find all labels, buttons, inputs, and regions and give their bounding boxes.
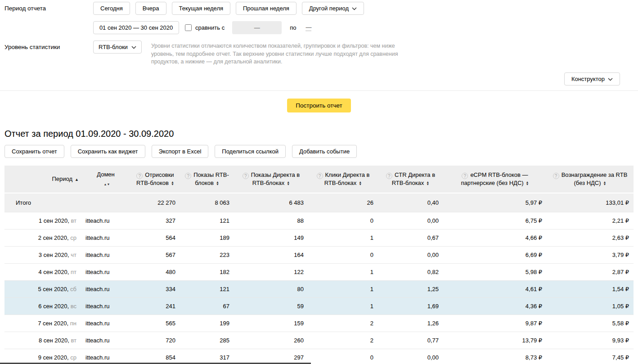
value-cell: 0,67: [378, 229, 443, 246]
period-cell: 9 сен 2020, ср: [4, 349, 81, 364]
weekday-label: вт: [71, 217, 76, 224]
compare-checkbox[interactable]: [185, 24, 192, 31]
value-cell: 189: [180, 229, 234, 246]
weekday-label: ср: [70, 354, 76, 361]
compare-label: сравнить с: [195, 24, 225, 31]
add-event-button[interactable]: Добавить событие: [292, 145, 357, 158]
period-label-spacer: [4, 21, 93, 24]
totals-value-cell: 6 483: [234, 193, 308, 212]
period-today-button[interactable]: Сегодня: [93, 2, 130, 15]
table-header-row: Период▲Домен▲▼?Отрисовки RTB-блоков▲▼?По…: [4, 166, 634, 193]
value-cell: 121: [180, 280, 234, 297]
column-label: Показы Директа в RTB-блоках: [251, 171, 300, 186]
value-cell: 1: [308, 297, 378, 315]
domain-cell: itteach.ru: [81, 229, 130, 246]
sort-both-icon: ▲▼: [88, 180, 126, 188]
value-cell: 0: [308, 212, 378, 229]
sort-both-icon: ▲▼: [426, 181, 429, 185]
share-link-button[interactable]: Поделиться ссылкой: [215, 145, 286, 158]
period-cell: 4 сен 2020, пт: [4, 263, 81, 280]
quick-period-buttons: СегодняВчераТекущая неделяПрошлая неделя…: [93, 2, 364, 15]
value-cell: 1,54 ₽: [547, 280, 634, 297]
save-as-widget-button[interactable]: Сохранить как виджет: [71, 145, 145, 158]
totals-value-cell: 8 063: [180, 193, 234, 212]
value-cell: 122: [234, 263, 308, 280]
domain-cell: itteach.ru: [81, 263, 130, 280]
table-row: 8 сен 2020, втitteach.ru72028526020,7713…: [4, 332, 634, 349]
domain-cell: itteach.ru: [81, 212, 130, 229]
date-range-input[interactable]: [93, 21, 179, 34]
help-icon: ?: [317, 173, 323, 179]
constructor-button[interactable]: Конструктор: [564, 72, 620, 85]
totals-value-cell: 22 270: [130, 193, 180, 212]
value-cell: 182: [180, 263, 234, 280]
period-last-week-button[interactable]: Прошлая неделя: [236, 2, 297, 15]
value-cell: 260: [234, 332, 308, 349]
column-header-direct-ctr[interactable]: ?CTR Директа в RTB-блоках▲▼: [378, 166, 443, 193]
help-icon: ?: [243, 173, 249, 179]
column-label: Показы RTB-блоков: [193, 171, 229, 186]
domain-cell: itteach.ru: [81, 349, 130, 364]
table-row: 6 сен 2020, всitteach.ru241675911,694,36…: [4, 297, 634, 315]
column-header-direct-clicks[interactable]: ?Клики Директа в RTB-блоках▲▼: [308, 166, 378, 193]
period-cell: 5 сен 2020, сб: [4, 280, 81, 297]
build-report-button[interactable]: Построить отчет: [287, 99, 350, 112]
help-icon: ?: [136, 173, 143, 179]
value-cell: 80: [234, 280, 308, 297]
period-current-week-button[interactable]: Текущая неделя: [172, 2, 230, 15]
domain-cell: itteach.ru: [81, 246, 130, 263]
totals-label: Итого: [4, 193, 130, 212]
weekday-label: чт: [71, 252, 76, 258]
column-header-domain[interactable]: Домен▲▼: [81, 166, 130, 193]
value-cell: 5,58 ₽: [547, 315, 634, 332]
table-row: 2 сен 2020, срitteach.ru56418914910,674,…: [4, 229, 634, 246]
value-cell: 9,93 ₽: [547, 332, 634, 349]
chevron-down-icon: [131, 44, 136, 50]
weekday-label: сб: [70, 286, 76, 292]
value-cell: 854: [130, 349, 180, 364]
value-cell: 8,73 ₽: [443, 349, 547, 364]
report-action-buttons: Сохранить отчетСохранить как виджетЭкспо…: [0, 145, 638, 158]
value-cell: 241: [130, 297, 180, 315]
value-cell: 6,75 ₽: [443, 212, 547, 229]
column-header-renders[interactable]: ?Отрисовки RTB-блоков▲▼: [130, 166, 180, 193]
save-report-button[interactable]: Сохранить отчет: [4, 145, 64, 158]
value-cell: 1: [308, 229, 378, 246]
period-yesterday-button[interactable]: Вчера: [135, 2, 166, 15]
value-cell: 0: [308, 349, 378, 364]
compare-to-value[interactable]: —: [306, 24, 311, 31]
column-header-direct-impressions[interactable]: ?Показы Директа в RTB-блоках▲▼: [234, 166, 308, 193]
other-period-label: Другой период: [309, 5, 349, 12]
weekday-label: вс: [71, 303, 76, 310]
value-cell: 0: [308, 246, 378, 263]
export-excel-button[interactable]: Экспорт в Excel: [152, 145, 209, 158]
value-cell: 0,00: [378, 246, 443, 263]
column-header-period[interactable]: Период▲: [4, 166, 81, 193]
value-cell: 2: [308, 332, 378, 349]
other-period-button[interactable]: Другой период: [302, 2, 364, 15]
value-cell: 297: [234, 349, 308, 364]
stats-level-select[interactable]: RTB-блоки: [93, 40, 142, 54]
value-cell: 9,87 ₽: [443, 315, 547, 332]
value-cell: 1,69: [378, 297, 443, 315]
stats-level-label: Уровень статистики: [4, 40, 93, 50]
po-label: по: [290, 24, 296, 31]
period-cell: 6 сен 2020, вс: [4, 297, 81, 315]
value-cell: 1,26: [378, 315, 443, 332]
value-cell: 285: [180, 332, 234, 349]
stats-level-hint: Уровни статистики отличаются количеством…: [151, 40, 406, 66]
totals-value-cell: 26: [308, 193, 378, 212]
value-cell: 564: [130, 229, 180, 246]
column-header-impressions[interactable]: ?Показы RTB-блоков▲▼: [180, 166, 234, 193]
column-label: Клики Директа в RTB-блоках: [324, 171, 370, 186]
column-header-reward[interactable]: ?Вознаграждение за RTB (без НДС)▲▼: [547, 166, 634, 193]
column-header-ecpm[interactable]: ?eCPM RTB-блоков — партнерские (без НДС)…: [443, 166, 547, 193]
value-cell: 59: [234, 297, 308, 315]
totals-value-cell: 133,01 ₽: [547, 193, 634, 212]
value-cell: 565: [130, 315, 180, 332]
value-cell: 199: [180, 315, 234, 332]
column-label: eCPM RTB-блоков — партнерские (без НДС): [461, 171, 528, 186]
value-cell: 164: [234, 246, 308, 263]
period-cell: 2 сен 2020, ср: [4, 229, 81, 246]
value-cell: 4,36 ₽: [443, 297, 547, 315]
